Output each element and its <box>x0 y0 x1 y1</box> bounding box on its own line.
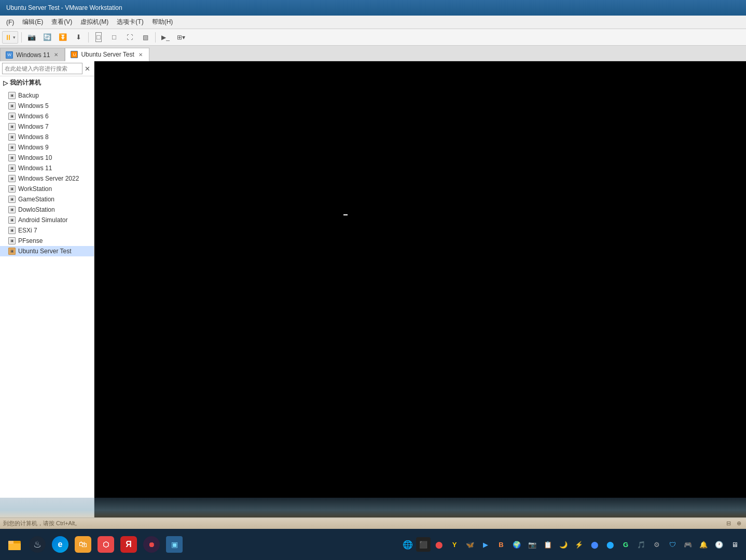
tab-windows11[interactable]: W Windows 11 ✕ <box>0 48 65 61</box>
sidebar-item-win5[interactable]: ▣ Windows 5 <box>0 101 94 111</box>
tray-blue2-icon[interactable]: ⬤ <box>603 537 617 552</box>
tray-bolt-icon[interactable]: ⚡ <box>572 537 586 552</box>
desktop-preview <box>0 498 746 529</box>
sidebar-item-label-ubuntu: Ubuntu Server Test <box>18 248 72 255</box>
taskbar-vmware[interactable]: ▣ <box>164 534 185 555</box>
sidebar-item-win9[interactable]: ▣ Windows 9 <box>0 142 94 153</box>
sidebar-item-win6[interactable]: ▣ Windows 6 <box>0 111 94 121</box>
shutdown-button[interactable]: ⬇ <box>72 31 85 44</box>
menu-vm[interactable]: 虚拟机(M) <box>76 17 113 28</box>
vm-icon-win7: ▣ <box>8 123 16 130</box>
tray-b-icon[interactable]: B <box>494 537 508 552</box>
snapshot-icon: 📷 <box>27 33 36 41</box>
vmware-icon: ▣ <box>166 536 183 553</box>
sidebar-item-gamestation[interactable]: ▣ GameStation <box>0 194 94 204</box>
console-button[interactable]: ▶_ <box>159 31 172 44</box>
tray-moon-icon[interactable]: 🌙 <box>556 537 571 552</box>
vm-icon-pfsense: ▣ <box>8 237 16 244</box>
sidebar-item-label-gamestation: GameStation <box>18 196 54 203</box>
multimon-button[interactable]: ▧ <box>139 31 152 44</box>
sidebar-item-label-winserver2022: Windows Server 2022 <box>18 175 79 182</box>
normal-icon: □ <box>112 33 116 41</box>
tray-lan-icon[interactable]: 🌐 <box>400 537 415 552</box>
sidebar-item-win7[interactable]: ▣ Windows 7 <box>0 121 94 132</box>
tray-butterfly-icon[interactable]: 🦋 <box>463 537 477 552</box>
vm-cursor <box>343 214 348 215</box>
fit-button[interactable]: □ <box>92 31 105 44</box>
taskbar-steam[interactable]: ♨ <box>27 534 48 555</box>
taskbar-lasso[interactable]: ⬡ <box>95 534 116 555</box>
taskbar-file-explorer[interactable] <box>4 534 25 555</box>
sidebar-search-wrapper: ✕ <box>0 61 94 76</box>
suspend-button[interactable]: ⏬ <box>56 31 70 44</box>
sidebar-item-dowlostation[interactable]: ▣ DowloStation <box>0 204 94 215</box>
vm-icon-gamestation: ▣ <box>8 196 16 203</box>
sidebar-item-label-win11: Windows 11 <box>18 165 52 172</box>
taskbar-edge[interactable]: e <box>50 534 71 555</box>
steam-icon: ♨ <box>29 536 46 553</box>
menu-file[interactable]: (F) <box>2 18 18 27</box>
shutdown-icon: ⬇ <box>76 33 81 41</box>
menu-edit[interactable]: 编辑(E) <box>18 17 47 28</box>
sidebar-item-win10[interactable]: ▣ Windows 10 <box>0 153 94 163</box>
tray-camera-icon[interactable]: 📷 <box>525 537 540 552</box>
sidebar-item-pfsense[interactable]: ▣ PFsense <box>0 236 94 246</box>
sidebar-item-ubuntu[interactable]: ▣ Ubuntu Server Test <box>0 246 94 256</box>
sidebar-item-label-win9: Windows 9 <box>18 144 49 151</box>
sidebar-item-win11[interactable]: ▣ Windows 11 <box>0 163 94 173</box>
tray-red-icon[interactable]: ⬤ <box>432 537 446 552</box>
vm-icon-ubuntu: ▣ <box>8 248 16 255</box>
file-explorer-icon <box>7 537 22 552</box>
tray-monitor-icon[interactable]: 🖥 <box>727 537 742 552</box>
fullscreen-button[interactable]: ⛶ <box>123 31 136 44</box>
tab-bar: W Windows 11 ✕ U Ubuntu Server Test ✕ <box>0 46 746 61</box>
sidebar-search-input[interactable] <box>2 63 82 74</box>
normal-button[interactable]: □ <box>107 31 121 44</box>
edge-icon: e <box>52 536 68 553</box>
tray-globe-icon[interactable]: 🌍 <box>509 537 524 552</box>
pause-dropdown[interactable]: ▾ <box>13 35 16 40</box>
svg-rect-2 <box>8 541 13 544</box>
sidebar-item-label-esxi7: ESXi 7 <box>18 227 37 234</box>
unity-button[interactable]: ⊞▾ <box>174 31 188 44</box>
restore-button[interactable]: 🔄 <box>40 31 54 44</box>
sidebar: ✕ ▷ 我的计算机 ▣ Backup ▣ Windows 5 ▣ Windows… <box>0 61 94 517</box>
menu-tab[interactable]: 选项卡(T) <box>113 17 147 28</box>
tray-clock-icon[interactable]: 🕐 <box>712 537 726 552</box>
sidebar-item-label-win6: Windows 6 <box>18 113 49 120</box>
separator-1 <box>21 32 22 43</box>
taskbar-ya[interactable]: Я <box>118 534 139 555</box>
tray-shield-icon[interactable]: 🛡 <box>665 537 680 552</box>
vm-display[interactable] <box>94 61 746 517</box>
tab-ubuntu[interactable]: U Ubuntu Server Test ✕ <box>65 48 149 61</box>
sidebar-item-workstation[interactable]: ▣ WorkStation <box>0 184 94 194</box>
svg-rect-1 <box>8 543 21 550</box>
taskbar-obs[interactable]: ⏺ <box>141 534 162 555</box>
sidebar-item-android[interactable]: ▣ Android Simulator <box>0 215 94 225</box>
menu-help[interactable]: 帮助(H) <box>148 17 177 28</box>
sidebar-close-button[interactable]: ✕ <box>82 64 92 73</box>
tray-gear-icon[interactable]: ⚙ <box>650 537 664 552</box>
tray-play-icon[interactable]: ▶ <box>478 537 493 552</box>
tray-game-icon[interactable]: 🎮 <box>681 537 695 552</box>
tray-bell-icon[interactable]: 🔔 <box>696 537 711 552</box>
tray-blue1-icon[interactable]: ⬤ <box>587 537 602 552</box>
vm-icon-win8: ▣ <box>8 133 16 141</box>
sidebar-header[interactable]: ▷ 我的计算机 <box>0 76 94 89</box>
tray-black-icon[interactable]: ⬛ <box>416 537 431 552</box>
tab-ubuntu-close[interactable]: ✕ <box>137 51 144 58</box>
tray-yandex-icon[interactable]: Y <box>447 537 462 552</box>
menu-view[interactable]: 查看(V) <box>47 17 76 28</box>
vm-icon-win5: ▣ <box>8 102 16 110</box>
tray-music-icon[interactable]: 🎵 <box>634 537 648 552</box>
tray-clipboard-icon[interactable]: 📋 <box>541 537 555 552</box>
tab-windows11-close[interactable]: ✕ <box>53 51 59 58</box>
sidebar-item-win8[interactable]: ▣ Windows 8 <box>0 132 94 142</box>
tray-g-icon[interactable]: G <box>618 537 633 552</box>
taskbar-store[interactable]: 🛍 <box>73 534 93 555</box>
pause-button[interactable]: ⏸ ▾ <box>2 31 18 44</box>
sidebar-item-winserver2022[interactable]: ▣ Windows Server 2022 <box>0 173 94 184</box>
snapshot-button[interactable]: 📷 <box>25 31 38 44</box>
sidebar-item-backup[interactable]: ▣ Backup <box>0 90 94 101</box>
sidebar-item-esxi7[interactable]: ▣ ESXi 7 <box>0 225 94 236</box>
